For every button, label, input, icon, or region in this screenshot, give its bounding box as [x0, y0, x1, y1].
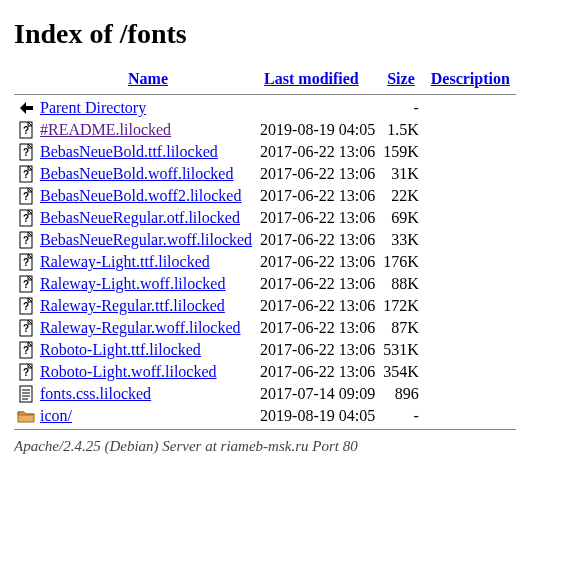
size-cell: 22K: [381, 185, 425, 207]
modified-cell: 2017-06-22 13:06: [258, 163, 381, 185]
table-row: ?BebasNeueBold.woff.lilocked2017-06-22 1…: [14, 163, 516, 185]
size-cell: 176K: [381, 251, 425, 273]
file-link[interactable]: BebasNeueBold.ttf.lilocked: [40, 143, 218, 160]
file-link[interactable]: BebasNeueRegular.otf.lilocked: [40, 209, 240, 226]
file-link[interactable]: Raleway-Regular.woff.lilocked: [40, 319, 241, 336]
size-cell: 159K: [381, 141, 425, 163]
table-row: fonts.css.lilocked2017-07-14 09:09896: [14, 383, 516, 405]
size-cell: 31K: [381, 163, 425, 185]
header-row: Name Last modified Size Description: [14, 68, 516, 92]
unknown-icon: ?: [14, 295, 38, 317]
unknown-icon: ?: [14, 273, 38, 295]
file-link[interactable]: Raleway-Light.ttf.lilocked: [40, 253, 210, 270]
table-row: Parent Directory-: [14, 97, 516, 119]
unknown-icon: ?: [14, 207, 38, 229]
file-link[interactable]: Raleway-Regular.ttf.lilocked: [40, 297, 225, 314]
divider: [14, 429, 516, 430]
svg-text:?: ?: [23, 323, 29, 334]
sort-description-link[interactable]: Description: [431, 70, 510, 87]
description-cell: [425, 141, 516, 163]
table-row: ?#README.lilocked2019-08-19 04:051.5K: [14, 119, 516, 141]
svg-text:?: ?: [23, 257, 29, 268]
svg-text:?: ?: [23, 169, 29, 180]
file-link[interactable]: fonts.css.lilocked: [40, 385, 151, 402]
description-cell: [425, 251, 516, 273]
size-cell: 354K: [381, 361, 425, 383]
size-cell: 896: [381, 383, 425, 405]
file-link[interactable]: Raleway-Light.woff.lilocked: [40, 275, 225, 292]
description-cell: [425, 119, 516, 141]
file-link[interactable]: #README.lilocked: [40, 121, 171, 138]
size-cell: -: [381, 97, 425, 119]
server-signature: Apache/2.4.25 (Debian) Server at riameb-…: [14, 438, 565, 455]
modified-cell: 2017-06-22 13:06: [258, 251, 381, 273]
table-row: ?Raleway-Regular.ttf.lilocked2017-06-22 …: [14, 295, 516, 317]
sort-name-link[interactable]: Name: [128, 70, 168, 87]
unknown-icon: ?: [14, 229, 38, 251]
modified-cell: [258, 97, 381, 119]
folder-icon: [14, 405, 38, 427]
modified-cell: 2017-06-22 13:06: [258, 207, 381, 229]
unknown-icon: ?: [14, 339, 38, 361]
description-cell: [425, 97, 516, 119]
svg-rect-24: [20, 386, 32, 402]
file-link[interactable]: icon/: [40, 407, 72, 424]
sort-modified-link[interactable]: Last modified: [264, 70, 359, 87]
unknown-icon: ?: [14, 141, 38, 163]
description-cell: [425, 405, 516, 427]
description-cell: [425, 317, 516, 339]
svg-text:?: ?: [23, 213, 29, 224]
table-row: ?Roboto-Light.ttf.lilocked2017-06-22 13:…: [14, 339, 516, 361]
table-row: ?Raleway-Light.ttf.lilocked2017-06-22 13…: [14, 251, 516, 273]
description-cell: [425, 361, 516, 383]
modified-cell: 2017-06-22 13:06: [258, 317, 381, 339]
svg-text:?: ?: [23, 279, 29, 290]
file-link[interactable]: Roboto-Light.ttf.lilocked: [40, 341, 201, 358]
size-cell: 33K: [381, 229, 425, 251]
unknown-icon: ?: [14, 361, 38, 383]
unknown-icon: ?: [14, 317, 38, 339]
file-link[interactable]: BebasNeueBold.woff.lilocked: [40, 165, 233, 182]
unknown-icon: ?: [14, 251, 38, 273]
file-link[interactable]: BebasNeueRegular.woff.lilocked: [40, 231, 252, 248]
description-cell: [425, 295, 516, 317]
description-cell: [425, 383, 516, 405]
svg-text:?: ?: [23, 367, 29, 378]
size-cell: 172K: [381, 295, 425, 317]
modified-cell: 2019-08-19 04:05: [258, 119, 381, 141]
modified-cell: 2017-06-22 13:06: [258, 185, 381, 207]
file-link[interactable]: Roboto-Light.woff.lilocked: [40, 363, 217, 380]
size-cell: 88K: [381, 273, 425, 295]
table-row: ?BebasNeueRegular.otf.lilocked2017-06-22…: [14, 207, 516, 229]
directory-listing: Name Last modified Size Description Pare…: [14, 68, 516, 432]
back-icon: [14, 97, 38, 119]
svg-text:?: ?: [23, 301, 29, 312]
description-cell: [425, 207, 516, 229]
size-cell: 69K: [381, 207, 425, 229]
file-link[interactable]: BebasNeueBold.woff2.lilocked: [40, 187, 241, 204]
table-row: ?Raleway-Regular.woff.lilocked2017-06-22…: [14, 317, 516, 339]
table-row: icon/2019-08-19 04:05-: [14, 405, 516, 427]
table-row: ?Roboto-Light.woff.lilocked2017-06-22 13…: [14, 361, 516, 383]
description-cell: [425, 273, 516, 295]
size-cell: 1.5K: [381, 119, 425, 141]
modified-cell: 2017-06-22 13:06: [258, 141, 381, 163]
divider: [14, 94, 516, 95]
page-title: Index of /fonts: [14, 18, 565, 50]
size-cell: -: [381, 405, 425, 427]
table-row: ?BebasNeueBold.woff2.lilocked2017-06-22 …: [14, 185, 516, 207]
svg-text:?: ?: [23, 147, 29, 158]
table-row: ?BebasNeueRegular.woff.lilocked2017-06-2…: [14, 229, 516, 251]
svg-text:?: ?: [23, 345, 29, 356]
text-icon: [14, 383, 38, 405]
sort-size-link[interactable]: Size: [387, 70, 415, 87]
svg-text:?: ?: [23, 191, 29, 202]
unknown-icon: ?: [14, 163, 38, 185]
description-cell: [425, 229, 516, 251]
modified-cell: 2017-06-22 13:06: [258, 361, 381, 383]
description-cell: [425, 339, 516, 361]
unknown-icon: ?: [14, 119, 38, 141]
unknown-icon: ?: [14, 185, 38, 207]
file-link[interactable]: Parent Directory: [40, 99, 146, 116]
size-cell: 531K: [381, 339, 425, 361]
